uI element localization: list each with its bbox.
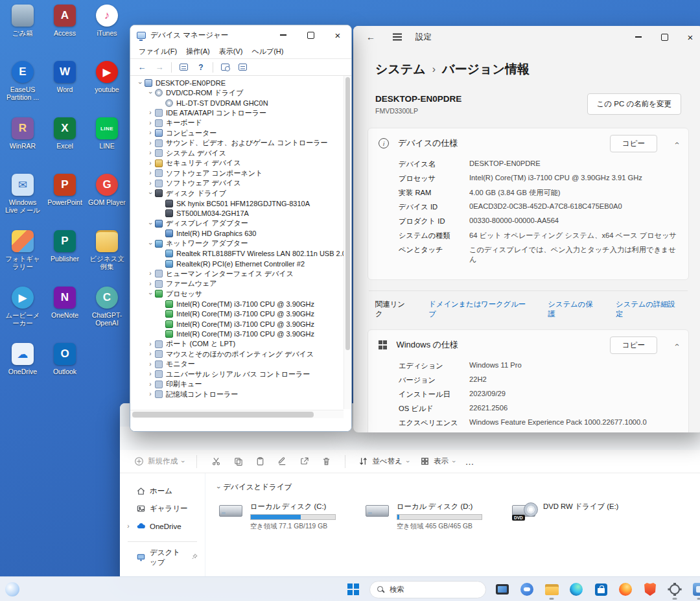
desktop-icon-gom-player[interactable]: GGOM Player xyxy=(87,174,127,227)
menu-action[interactable]: 操作(A) xyxy=(181,47,215,56)
related-link[interactable]: システムの詳細設定 xyxy=(616,300,681,319)
desktop-icon-access[interactable]: AAccess xyxy=(45,5,85,58)
desktop-icon-word[interactable]: WWord xyxy=(45,61,85,114)
tree-item[interactable]: ›セキュリティ デバイス xyxy=(130,158,344,169)
expand-icon[interactable]: › xyxy=(146,160,155,167)
copy-device-spec-button[interactable]: コピー xyxy=(610,135,657,152)
chevron-up-icon[interactable]: › xyxy=(672,142,681,145)
desktop-icon-movie-maker[interactable]: ▶ムービーメーカー xyxy=(3,287,43,340)
related-link[interactable]: ドメインまたはワークグループ xyxy=(428,300,531,319)
sidebar-item-onedrive[interactable]: ›OneDrive xyxy=(120,517,205,535)
expand-icon[interactable]: › xyxy=(146,281,155,287)
device-manager-taskbar-button[interactable] xyxy=(688,578,700,600)
explorer-taskbar-button[interactable] xyxy=(541,578,563,600)
tree-item[interactable]: ›ディスク ドライブ xyxy=(130,189,344,199)
firefox-taskbar-button[interactable] xyxy=(614,578,636,600)
sidebar-item-desktop[interactable]: デスクトップ xyxy=(120,548,205,566)
tree-item[interactable]: ›ユニバーサル シリアル バス コントローラー xyxy=(130,370,344,380)
desktop-icon-windows-live-mail[interactable]: ✉Windows Live メール xyxy=(3,174,43,227)
console-tree-button[interactable] xyxy=(176,60,191,74)
rename-pc-button[interactable]: この PC の名前を変更 xyxy=(587,93,681,115)
desktop-icon-recycle-bin[interactable]: ごみ箱 xyxy=(3,5,43,58)
collapse-icon[interactable]: › xyxy=(147,189,154,198)
desktop-icon-line[interactable]: LINELINE xyxy=(87,117,127,171)
devices-by-type-button[interactable] xyxy=(235,60,250,74)
tree-item[interactable]: Intel(R) Core(TM) i3-7100 CPU @ 3.90GHz xyxy=(130,329,344,340)
search-box[interactable]: 検索 xyxy=(369,581,486,598)
tree-item[interactable]: Realtek RTL8188FTV Wireless LAN 802.11n … xyxy=(130,249,344,259)
tree-item[interactable]: ›記憶域コントローラー xyxy=(130,390,344,400)
expand-icon[interactable]: › xyxy=(146,391,155,397)
menu-file[interactable]: ファイル(F) xyxy=(134,47,181,56)
start-button[interactable] xyxy=(342,578,364,600)
menu-view[interactable]: 表示(V) xyxy=(215,47,248,56)
expand-icon[interactable]: › xyxy=(125,523,132,530)
more-options-button[interactable]: … xyxy=(465,456,475,467)
section-header-devices-and-drives[interactable]: › デバイスとドライブ xyxy=(217,482,700,492)
tree-item[interactable]: Intel(R) Core(TM) i3-7100 CPU @ 3.90GHz xyxy=(130,309,344,320)
settings-titlebar[interactable]: 設定 xyxy=(353,26,700,48)
tree-item[interactable]: ›DVD/CD-ROM ドライブ xyxy=(130,88,344,99)
sidebar-item-home[interactable]: ホーム xyxy=(120,482,205,500)
desktop-icon-youtube[interactable]: ▶youtube xyxy=(87,61,127,114)
drive-item[interactable]: DVD RW ドライブ (E:) xyxy=(510,500,648,533)
rename-icon[interactable] xyxy=(272,453,292,470)
expand-icon[interactable]: › xyxy=(146,170,155,176)
expand-icon[interactable]: › xyxy=(146,381,155,388)
tree-item[interactable]: ›システム デバイス xyxy=(130,148,344,159)
settings-taskbar-button[interactable] xyxy=(664,578,686,600)
tree-item[interactable]: ›モニター xyxy=(130,359,344,370)
tree-item[interactable]: ›印刷キュー xyxy=(130,379,344,390)
horizontal-scrollbar[interactable] xyxy=(130,410,344,418)
delete-icon[interactable] xyxy=(316,453,336,470)
expand-icon[interactable]: › xyxy=(146,110,155,116)
close-button[interactable] xyxy=(677,26,700,48)
scan-hardware-button[interactable] xyxy=(217,60,233,74)
forward-button[interactable]: → xyxy=(152,60,167,74)
desktop-icon-itunes[interactable]: ♪iTunes xyxy=(87,5,127,58)
desktop-icon-easeus-partition[interactable]: EEaseUS Partition ... xyxy=(3,61,43,114)
breadcrumb-system[interactable]: システム xyxy=(375,61,426,78)
close-button[interactable] xyxy=(324,25,351,45)
tree-item[interactable]: ›ファームウェア xyxy=(130,279,344,289)
brave-taskbar-button[interactable] xyxy=(639,578,661,600)
view-button[interactable]: 表示 › xyxy=(416,454,458,469)
edge-taskbar-button[interactable] xyxy=(565,578,587,600)
pc-taskbar-button[interactable] xyxy=(491,578,513,600)
minimize-button[interactable] xyxy=(625,26,651,48)
collapse-icon[interactable]: › xyxy=(147,88,154,97)
expand-icon[interactable]: › xyxy=(146,341,155,348)
cut-icon[interactable] xyxy=(206,453,226,470)
tree-item[interactable]: ›コンピューター xyxy=(130,128,344,139)
desktop-icon-photo-gallery[interactable]: フォトギャラリー xyxy=(3,230,43,283)
tree-item[interactable]: ›DESKTOP-EN0PDRE xyxy=(130,78,344,88)
expand-icon[interactable]: › xyxy=(146,150,155,156)
tree-item[interactable]: ST500LM034-2GH17A xyxy=(130,209,344,219)
tree-item[interactable]: ›ソフトウェア コンポーネント xyxy=(130,169,344,179)
scrollbar-thumb[interactable] xyxy=(345,77,350,350)
menu-help[interactable]: ヘルプ(H) xyxy=(247,47,288,56)
tree-item[interactable]: ›マウスとそのほかのポインティング デバイス xyxy=(130,349,344,360)
related-link[interactable]: システムの保護 xyxy=(548,300,599,319)
back-button[interactable]: ← xyxy=(134,60,150,74)
widgets-icon[interactable] xyxy=(5,582,19,596)
tree-item[interactable]: HL-DT-ST DVDRAM GHC0N xyxy=(130,98,344,108)
drive-item[interactable]: ローカル ディスク (C:)空き領域 77.1 GB/119 GB xyxy=(217,500,355,533)
desktop-icon-winrar[interactable]: RWinRAR xyxy=(3,117,43,171)
device-manager-titlebar[interactable]: デバイス マネージャー xyxy=(130,25,351,45)
paste-icon[interactable] xyxy=(250,453,270,470)
tree-item[interactable]: Intel(R) HD Graphics 630 xyxy=(130,229,344,239)
tree-item[interactable]: ›ディスプレイ アダプター xyxy=(130,218,344,229)
expand-icon[interactable]: › xyxy=(146,351,155,357)
tree-item[interactable]: ›IDE ATA/ATAPI コントローラー xyxy=(130,108,344,119)
desktop-icon-powerpoint[interactable]: PPowerPoint xyxy=(45,174,85,227)
tree-item[interactable]: ›ヒューマン インターフェイス デバイス xyxy=(130,269,344,279)
desktop-icon-business-docs[interactable]: ビジネス文例集 xyxy=(87,230,127,283)
tree-item[interactable]: Intel(R) Core(TM) i3-7100 CPU @ 3.90GHz xyxy=(130,299,344,309)
tree-item[interactable]: SK hynix BC501 HFM128GDJTNG-8310A xyxy=(130,198,344,209)
minimize-button[interactable] xyxy=(270,25,297,45)
maximize-button[interactable] xyxy=(651,26,677,48)
scrollbar-thumb[interactable] xyxy=(132,412,314,418)
desktop-icon-onenote[interactable]: NOneNote xyxy=(45,287,85,340)
maximize-button[interactable] xyxy=(297,25,324,45)
